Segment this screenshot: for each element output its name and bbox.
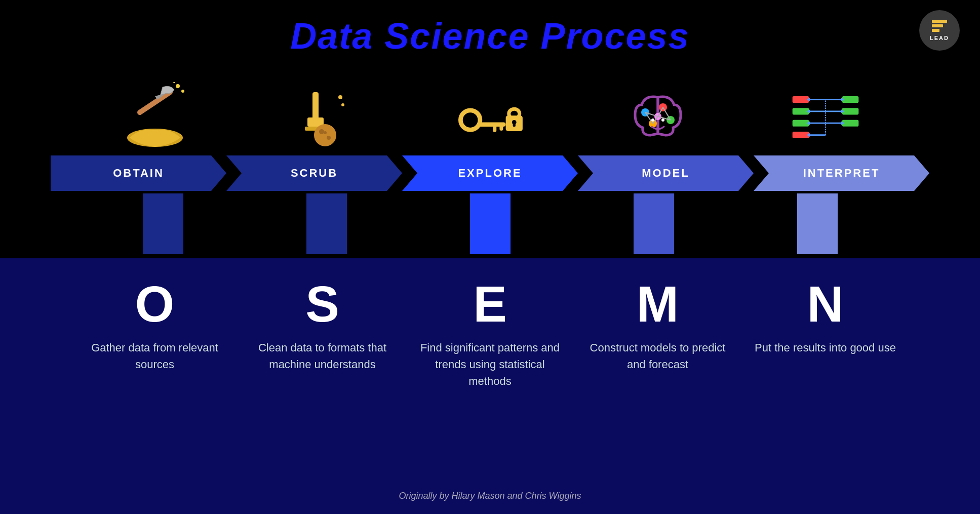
svg-line-1 xyxy=(140,92,170,112)
bars-row xyxy=(30,193,950,254)
arrow-scrub: SCRUB xyxy=(226,155,402,191)
lead-logo: LEAD xyxy=(919,10,960,51)
bar-obtain xyxy=(143,193,183,254)
bar-interpret xyxy=(797,193,838,254)
svg-point-34 xyxy=(651,118,654,122)
lead-logo-text: LEAD xyxy=(930,35,949,41)
arrow-obtain: OBTAIN xyxy=(51,155,226,191)
svg-point-4 xyxy=(173,82,175,83)
bottom-item-scrub: S Clean data to formats that machine und… xyxy=(252,279,394,389)
letter-s: S xyxy=(252,279,394,329)
svg-rect-19 xyxy=(508,109,519,118)
arrow-interpret-label: INTERPRET xyxy=(803,167,880,180)
svg-point-9 xyxy=(319,129,324,134)
svg-rect-38 xyxy=(792,120,809,127)
brain-icon xyxy=(628,87,688,148)
bottom-item-interpret: N Put the results into good use xyxy=(755,279,896,389)
bottom-item-explore: E Find significant patterns and trends u… xyxy=(419,279,561,389)
arrow-interpret: INTERPRET xyxy=(754,155,929,191)
interpret-icon-container xyxy=(780,87,871,148)
icons-row xyxy=(30,77,950,148)
svg-point-10 xyxy=(327,136,331,140)
obtain-icon-container xyxy=(109,82,201,148)
svg-rect-41 xyxy=(842,108,858,114)
svg-rect-21 xyxy=(513,122,515,127)
svg-point-13 xyxy=(341,103,344,106)
svg-rect-36 xyxy=(792,96,809,103)
desc-interpret: Put the results into good use xyxy=(755,339,896,356)
arrow-model: MODEL xyxy=(578,155,754,191)
svg-point-2 xyxy=(176,84,180,88)
svg-rect-40 xyxy=(842,96,858,103)
logo-bar-1 xyxy=(932,20,947,23)
bar-explore xyxy=(470,193,511,254)
explore-icon-container xyxy=(445,92,536,148)
desc-obtain: Gather data from relevant sources xyxy=(84,339,226,373)
letter-e: E xyxy=(419,279,561,329)
svg-point-14 xyxy=(460,110,480,130)
bottom-section: O Gather data from relevant sources S Cl… xyxy=(0,258,980,514)
letter-o: O xyxy=(84,279,226,329)
logo-bar-2 xyxy=(932,24,943,27)
svg-rect-39 xyxy=(792,132,809,138)
attribution: Originally by Hilary Mason and Chris Wig… xyxy=(399,491,581,501)
arrow-explore: EXPLORE xyxy=(402,155,578,191)
bar-scrub xyxy=(306,193,347,254)
arrow-model-label: MODEL xyxy=(642,167,689,180)
arrow-explore-label: EXPLORE xyxy=(458,167,522,180)
svg-point-12 xyxy=(338,95,342,99)
scrub-icon-container xyxy=(277,87,368,148)
arrows-row: OBTAIN SCRUB EXPLORE MODEL INTERPRET xyxy=(30,153,950,193)
letter-m: M xyxy=(587,279,729,329)
bottom-item-model: M Construct models to predict and foreca… xyxy=(587,279,729,389)
desc-model: Construct models to predict and forecast xyxy=(587,339,729,373)
top-section: LEAD Data Science Process xyxy=(0,0,980,258)
logo-bar-3 xyxy=(932,29,939,32)
desc-explore: Find significant patterns and trends usi… xyxy=(419,339,561,389)
desc-scrub: Clean data to formats that machine under… xyxy=(252,339,394,373)
svg-point-11 xyxy=(324,131,327,134)
mining-icon xyxy=(120,82,190,148)
svg-point-35 xyxy=(661,118,664,122)
svg-point-3 xyxy=(181,90,184,93)
letter-n: N xyxy=(755,279,896,329)
key-lock-icon xyxy=(455,92,526,148)
page-title: Data Science Process xyxy=(30,15,950,57)
scrub-icon xyxy=(297,87,348,148)
svg-rect-37 xyxy=(792,108,809,114)
lead-logo-icon xyxy=(932,20,947,32)
model-icon-container xyxy=(612,87,703,148)
bottom-content-row: O Gather data from relevant sources S Cl… xyxy=(30,279,950,389)
arrow-scrub-label: SCRUB xyxy=(291,167,338,180)
svg-rect-5 xyxy=(312,92,319,120)
arrow-obtain-label: OBTAIN xyxy=(113,167,164,180)
bar-model xyxy=(634,193,674,254)
svg-point-8 xyxy=(314,124,336,146)
bottom-item-obtain: O Gather data from relevant sources xyxy=(84,279,226,389)
svg-rect-42 xyxy=(842,120,858,127)
data-flow-icon xyxy=(790,87,861,148)
